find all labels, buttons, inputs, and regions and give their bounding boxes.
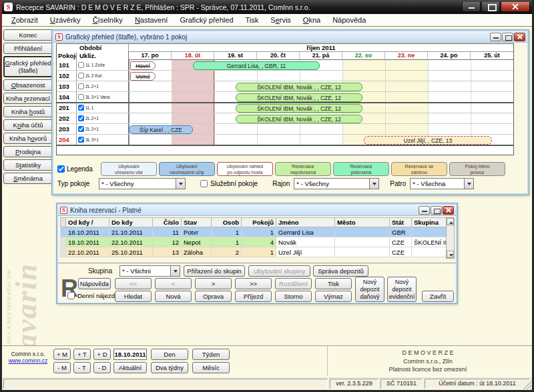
maximize-icon[interactable] bbox=[502, 33, 513, 41]
menu-item-ciselniky[interactable]: Číselníky bbox=[87, 15, 129, 25]
scroll-down-icon[interactable] bbox=[447, 251, 454, 258]
room-type-combo[interactable]: * - Všechny bbox=[99, 178, 186, 189]
column-header[interactable]: Do kdy bbox=[109, 218, 153, 227]
sidebar-item-graficky-prehled[interactable]: Grafický přehled (štafle) bbox=[3, 56, 53, 77]
tisk-button[interactable]: Tisk bbox=[315, 278, 352, 289]
cleaning-checkbox[interactable] bbox=[78, 62, 84, 68]
table-row[interactable]: 22.10.2011 25.10.2011 13 Záloha 2 1 Uzel… bbox=[61, 247, 447, 257]
column-header[interactable]: Stav bbox=[182, 218, 212, 227]
nova-button[interactable]: Nová bbox=[155, 291, 192, 302]
minus-day-button[interactable]: - D bbox=[93, 362, 111, 373]
legend-checkbox[interactable] bbox=[57, 165, 65, 173]
mesic-button[interactable]: Měsíc bbox=[192, 362, 230, 373]
aktualni-button[interactable]: Aktuální bbox=[113, 362, 147, 373]
sidebar-item-statistiky[interactable]: Statistiky bbox=[3, 159, 53, 171]
chevron-down-icon[interactable] bbox=[369, 179, 378, 189]
reservation-bar-deposit[interactable]: Uzel Jiljí, , CZE, 13 bbox=[364, 136, 492, 145]
menu-item-okna[interactable]: Okna bbox=[297, 15, 326, 25]
minimize-icon[interactable] bbox=[462, 2, 481, 12]
chevron-down-icon[interactable] bbox=[464, 179, 473, 189]
prijezd-button[interactable]: Příjezd bbox=[235, 291, 272, 302]
oprava-button[interactable]: Oprava bbox=[195, 291, 232, 302]
maximize-icon[interactable] bbox=[431, 206, 442, 215]
departed-guest-tag[interactable]: Vomé bbox=[130, 72, 156, 81]
menu-item-uzaverky[interactable]: Uzávěrky bbox=[44, 15, 87, 25]
lodging-bar-unpaid[interactable]: Šíp Karel , , CZE bbox=[129, 125, 193, 134]
reservation-window-titlebar[interactable]: S Kniha rezervací - Platné bbox=[58, 205, 456, 216]
day-header-today[interactable]: 18. út bbox=[172, 52, 214, 60]
scroll-up-icon[interactable] bbox=[447, 218, 454, 225]
storno-button[interactable]: Storno bbox=[275, 291, 312, 302]
hledat-button[interactable]: Hledat bbox=[115, 291, 152, 302]
day-header-saturday[interactable]: 22. so bbox=[342, 52, 385, 60]
reservation-bar-confirmed[interactable]: Gerrard Lisa, , GBR, 11 bbox=[193, 61, 320, 70]
minus-month-button[interactable]: - M bbox=[53, 362, 71, 373]
plus-month-button[interactable]: + M bbox=[53, 349, 71, 360]
dva-tydny-button[interactable]: Dva týdny bbox=[151, 362, 188, 373]
prirazeni-do-skupin-button[interactable]: Přiřazení do skupin bbox=[184, 265, 245, 277]
tyden-button[interactable]: Týden bbox=[192, 349, 230, 360]
column-header[interactable]: Stát bbox=[390, 218, 412, 227]
last-record-button[interactable]: >> bbox=[235, 278, 272, 289]
plus-week-button[interactable]: + T bbox=[73, 349, 91, 360]
next-record-button[interactable]: > bbox=[195, 278, 232, 289]
table-row[interactable]: 19.10.2011 22.10.2011 12 Nepot 1 4 Novák… bbox=[61, 237, 447, 247]
sidebar-item-smenarna[interactable]: Směnárna bbox=[3, 173, 53, 184]
cleaning-checkbox[interactable] bbox=[78, 137, 84, 143]
minimize-icon[interactable] bbox=[490, 33, 501, 41]
sidebar-item-prodejna[interactable]: Prodejna bbox=[3, 146, 53, 157]
chevron-down-icon[interactable] bbox=[176, 179, 185, 189]
close-icon[interactable] bbox=[443, 206, 454, 215]
close-icon[interactable] bbox=[514, 33, 525, 41]
table-row-selected[interactable]: 18.10.2011 21.10.2011 11 Potvr 1 1 Gerra… bbox=[61, 227, 447, 237]
day-header-sunday[interactable]: 23. ne bbox=[385, 52, 428, 60]
sidebar-item-kniha-rezervaci[interactable]: Kniha rezervací bbox=[3, 93, 53, 104]
reservation-bar-unconfirmed[interactable]: ŠKOLENÍ IBM, Novák , , CZE, 12 bbox=[236, 83, 362, 91]
napoveda-button[interactable]: Nápověda bbox=[78, 278, 111, 289]
service-rooms-checkbox[interactable] bbox=[200, 180, 208, 187]
resize-grip-icon[interactable] bbox=[523, 381, 531, 389]
novy-depozit-evidencni-button[interactable]: Nový depozit evidenční bbox=[387, 277, 417, 302]
menu-item-graficky-prehled[interactable]: Grafický přehled bbox=[174, 15, 239, 25]
minus-week-button[interactable]: - T bbox=[73, 362, 91, 373]
vymaz-button[interactable]: Výmaz bbox=[315, 291, 352, 302]
column-header[interactable]: Od kdy / bbox=[66, 218, 109, 227]
sidebar-item-obsazenost[interactable]: Obsazenost bbox=[3, 79, 53, 91]
skupina-combo[interactable]: * - Všichni bbox=[119, 265, 180, 277]
cleaning-checkbox[interactable] bbox=[78, 126, 84, 132]
day-header[interactable]: 17. po bbox=[129, 52, 172, 60]
sprava-depozitu-button[interactable]: Správa depozitů bbox=[313, 265, 368, 277]
menu-item-servis[interactable]: Servis bbox=[264, 15, 297, 25]
day-header[interactable]: 24. po bbox=[428, 52, 471, 60]
day-header[interactable]: 21. pá bbox=[300, 52, 342, 60]
plus-day-button[interactable]: + D bbox=[93, 349, 111, 360]
floor-combo[interactable]: * - Všechna bbox=[410, 178, 474, 189]
den-button[interactable]: Den bbox=[151, 349, 188, 360]
cleaning-checkbox[interactable] bbox=[78, 115, 84, 121]
sidebar-item-kniha-hovoru[interactable]: Kniha hovorů bbox=[3, 133, 53, 144]
reservation-bar-unconfirmed[interactable]: ŠKOLENÍ IBM, Novák , , CZE, 12 bbox=[236, 104, 362, 113]
chevron-down-icon[interactable] bbox=[170, 266, 180, 276]
close-icon[interactable] bbox=[501, 2, 530, 12]
sidebar-item-kniha-hostu[interactable]: Kniha hostů bbox=[3, 106, 53, 117]
cleaning-checkbox[interactable] bbox=[78, 73, 84, 79]
menu-item-tisk[interactable]: Tisk bbox=[240, 15, 265, 25]
column-header[interactable]: Osob bbox=[212, 218, 242, 227]
minimize-icon[interactable] bbox=[419, 206, 430, 215]
graph-window-titlebar[interactable]: S Grafický přehled (štafle), vybráno 1 p… bbox=[53, 31, 527, 43]
zavrit-button[interactable]: Zavřít bbox=[422, 291, 454, 302]
room-row[interactable]: 203 2L 2+1 bbox=[57, 124, 513, 135]
cleaning-checkbox[interactable] bbox=[78, 105, 84, 111]
menu-item-nastaveni[interactable]: Nastavení bbox=[129, 15, 174, 25]
reservation-bar-unconfirmed[interactable]: ŠKOLENÍ IBM, Novák , , CZE, 12 bbox=[236, 115, 362, 123]
denni-najezd-checkbox[interactable] bbox=[67, 292, 75, 299]
day-header[interactable]: 25. út bbox=[471, 52, 513, 60]
cleaning-checkbox[interactable] bbox=[78, 94, 84, 100]
sidebar-item-konec[interactable]: Konec bbox=[3, 29, 53, 41]
column-header[interactable]: Číslo bbox=[153, 218, 182, 227]
day-header[interactable]: 20. čt bbox=[257, 52, 300, 60]
novy-depozit-danovy-button[interactable]: Nový depozit daňový bbox=[355, 277, 384, 302]
menu-item-zobrazit[interactable]: Zobrazit bbox=[5, 15, 44, 25]
table-scrollbar[interactable] bbox=[446, 217, 455, 259]
column-header[interactable]: Skupina bbox=[412, 218, 447, 227]
